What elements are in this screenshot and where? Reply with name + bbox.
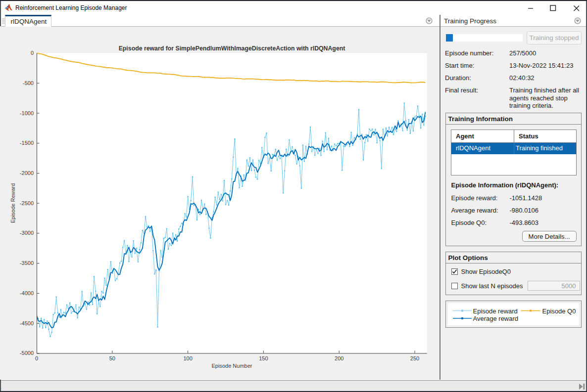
svg-text:-2000: -2000 [20,170,34,176]
svg-text:-2500: -2500 [20,200,34,206]
svg-text:150: 150 [259,355,268,361]
svg-text:Episode Number: Episode Number [212,363,252,369]
svg-text:Episode reward for SimplePendl: Episode reward for SimplePendlumWithImag… [119,45,345,52]
svg-text:-4000: -4000 [20,290,34,296]
svg-text:250: 250 [410,355,419,361]
svg-text:50: 50 [109,355,115,361]
svg-text:-1500: -1500 [20,140,34,146]
svg-text:-5000: -5000 [20,350,34,356]
svg-text:-3000: -3000 [20,230,34,236]
svg-text:0: 0 [31,50,34,56]
svg-text:-4500: -4500 [20,320,34,326]
svg-text:200: 200 [335,355,343,361]
svg-text:100: 100 [183,355,192,361]
svg-text:Episode Reward: Episode Reward [10,183,16,223]
svg-text:-1000: -1000 [20,110,34,116]
svg-text:0: 0 [35,355,38,361]
svg-text:-3500: -3500 [20,260,34,266]
svg-text:-500: -500 [23,80,34,86]
